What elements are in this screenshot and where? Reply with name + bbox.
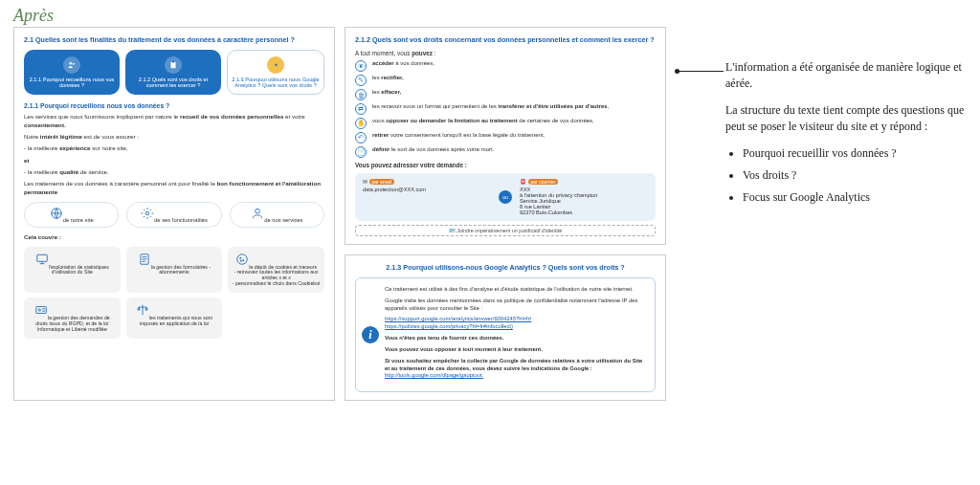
panel-droits: 2.1.2 Quels sont vos droits concernant v… — [345, 27, 666, 245]
svg-point-0 — [70, 62, 73, 65]
cela-couvre: Cela couvre : — [24, 233, 324, 241]
d-p3: Vous n'êtes pas tenu de fournir ces donn… — [385, 335, 645, 342]
d-p5-link[interactable]: http://tools.google.com/dlpage/gaoptout. — [385, 372, 483, 378]
annotation-text: L'information a été organisée de manière… — [725, 59, 967, 212]
p-finalite: Les traitements de vos données à caractè… — [24, 180, 324, 196]
panel-c-title: 2.1.2 Quels sont vos droits concernant v… — [355, 35, 656, 44]
d-p2: Google traite les données mentionnées da… — [385, 298, 645, 313]
info-box: i Ce traitement est utilisé à des fins d… — [355, 277, 656, 392]
nav-pills: 2.1.1 Pourquoi recueillons nous vos donn… — [24, 50, 324, 95]
gear-icon — [141, 207, 154, 220]
service-row: de notre site de ses fonctionnalités de … — [24, 202, 324, 228]
monitor-icon — [35, 253, 49, 266]
tile-row-2: la gestion des demandes de droits issus … — [24, 298, 222, 339]
svg-rect-3 — [172, 61, 175, 63]
tag-email: par email — [369, 179, 395, 185]
undo-icon: ↶ — [355, 132, 367, 143]
globe-icon — [50, 207, 63, 220]
document-icon: 📄 — [355, 146, 367, 158]
section-211-title: 2.1.1 Pourquoi recueillons nous vos donn… — [24, 102, 324, 109]
tag-courrier: par courrier — [528, 179, 559, 185]
annot-b1: Pourquoi recueillir vos données ? — [743, 145, 967, 162]
pencil-icon: ✎ — [355, 75, 367, 86]
tile-forms: la gestion des formulaires - abonnements — [126, 247, 223, 294]
pill-label: 2.1.1 Pourquoi recueillons nous vos donn… — [28, 77, 116, 88]
separator-ou: ou — [499, 190, 512, 204]
justificatif-note: 🪪 Joindre impérativement un justificatif… — [355, 225, 656, 236]
pill-recueil[interactable]: 2.1.1 Pourquoi recueillons nous vos donn… — [24, 50, 120, 95]
contact-email: ✉ par email data.protection@XXX.com — [363, 179, 491, 192]
right-rectify: ✎les rectifier, — [355, 75, 656, 86]
id-card-icon: 🪪 — [449, 228, 456, 233]
panels-container: 2.1 Quelles sont les finalités du traite… — [13, 27, 676, 401]
d-link2[interactable]: https://policies.google.com/privacy?hl=f… — [385, 323, 513, 329]
right-withdraw: ↶retirer votre consentement lorsqu'il es… — [355, 132, 656, 143]
eye-icon: 👁 — [355, 60, 367, 72]
mail-icon: ✉ — [363, 179, 368, 185]
svc-site: de notre site — [24, 202, 119, 228]
contact-postal: 📮 par courrier XXX à l'attention du priv… — [520, 179, 648, 215]
id-icon — [34, 303, 48, 317]
svg-point-6 — [256, 209, 260, 213]
svg-point-10 — [240, 257, 241, 258]
annotation-connector — [678, 71, 724, 72]
svg-point-5 — [145, 211, 149, 215]
annot-p1: L'information a été organisée de manière… — [725, 59, 967, 93]
pill-label: 2.1.3 Pourquoi utilisons nous Google Ana… — [232, 77, 320, 88]
svg-point-11 — [243, 259, 244, 260]
right-erase: 🗑les effacer, — [355, 89, 656, 100]
d-p5: Si vous souhaitez empêcher la collecte p… — [385, 358, 645, 380]
pill-label: 2.1.2 Quels sont vos droits et comment l… — [129, 77, 217, 88]
panel-a-title: 2.1 Quelles sont les finalités du traite… — [24, 35, 324, 44]
adresser: Vous pouvez adresser votre demande : — [355, 162, 656, 168]
postal-value: XXX à l'attention du privacy champion Se… — [520, 187, 597, 215]
right-access: 👁accéder à vos données, — [355, 60, 656, 72]
d-p4: Vous pouvez vous opposer à tout moment à… — [385, 346, 645, 354]
svc-services: de nos services — [230, 202, 324, 228]
b2: - la meilleure qualité de service. — [24, 168, 324, 176]
p-interet: Notre intérêt légitime est de vous assur… — [24, 133, 324, 141]
clipboard-icon — [165, 56, 182, 74]
trash-icon: 🗑 — [355, 89, 367, 100]
tile-row-1: l'exploitation de statistiques d'utilisa… — [24, 247, 324, 294]
tile-stats: l'exploitation de statistiques d'utilisa… — [24, 247, 121, 294]
scale-icon — [136, 303, 149, 317]
svg-rect-2 — [171, 62, 176, 69]
b1: - la meilleure expérience sur notre site… — [24, 144, 324, 152]
panel-d-title: 2.1.3 Pourquoi utilisons-nous Google Ana… — [355, 263, 656, 272]
right-transfer: ⇄les recevoir sous un format qui permett… — [355, 103, 656, 115]
post-icon: 📮 — [520, 179, 526, 185]
annot-b2: Vos droits ? — [743, 167, 967, 184]
d-p1: Ce traitement est utilisé à des fins d'a… — [385, 286, 645, 294]
intro: A tout moment, vous pouvez : — [355, 50, 656, 56]
svg-point-9 — [237, 254, 248, 264]
annot-b3: Focus sur Google Analytics — [743, 189, 967, 206]
tile-loi: les traitements qui nous sont imposés en… — [126, 298, 223, 339]
annot-list: Pourquoi recueillir vos données ? Vos dr… — [743, 145, 967, 207]
pill-analytics[interactable]: ✦ 2.1.3 Pourquoi utilisons nous Google A… — [227, 50, 324, 95]
contact-box: ✉ par email data.protection@XXX.com ou 📮… — [355, 173, 656, 221]
tile-cookies: le dépôt de cookies et traceurs - retrou… — [228, 247, 324, 294]
form-icon — [138, 253, 151, 266]
exchange-icon: ⇄ — [355, 103, 367, 115]
annot-p2: La structure du texte tient compte des q… — [725, 102, 967, 136]
people-icon — [63, 56, 80, 74]
svg-point-1 — [73, 63, 75, 65]
svg-rect-13 — [36, 307, 47, 314]
panel-analytics: 2.1.3 Pourquoi utilisons-nous Google Ana… — [345, 254, 666, 401]
email-value: data.protection@XXX.com — [363, 187, 426, 192]
panel-finalites: 2.1 Quelles sont les finalités du traite… — [13, 27, 335, 401]
svc-fonct: de ses fonctionnalités — [126, 202, 221, 228]
p-recueil: Les services que nous fournissons impliq… — [24, 113, 324, 129]
tile-rgpd: la gestion des demandes de droits issus … — [24, 298, 121, 339]
sparkle-icon: ✦ — [267, 56, 284, 74]
svg-point-12 — [241, 260, 242, 261]
d-link1[interactable]: https://support.google.com/analytics/ans… — [385, 316, 531, 321]
right-oppose: ✋vous opposer ou demander la limitation … — [355, 118, 656, 129]
hand-icon: ✋ — [355, 118, 367, 129]
b-et: et — [24, 157, 324, 165]
svg-point-14 — [38, 309, 40, 311]
right-postmortem: 📄définir le sort de vos données après vo… — [355, 146, 656, 158]
pill-droits[interactable]: 2.1.2 Quels sont vos droits et comment l… — [125, 50, 221, 95]
user-icon — [251, 207, 264, 220]
